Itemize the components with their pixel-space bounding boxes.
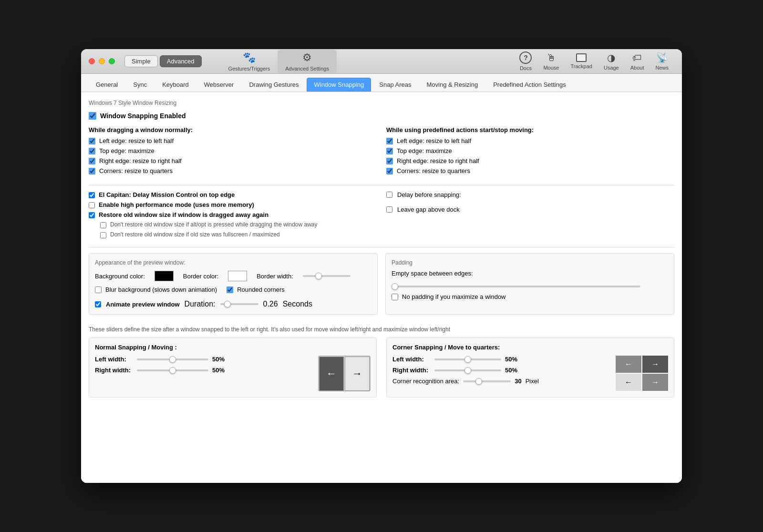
docs-icon-item[interactable]: ? Docs bbox=[514, 50, 537, 73]
gestures-triggers-label: Gestures/Triggers bbox=[228, 66, 270, 72]
predefined-opt-2: Right edge: resize to right half bbox=[386, 157, 674, 164]
advanced-mode-button[interactable]: Advanced bbox=[160, 55, 202, 67]
corner-left-slider[interactable] bbox=[434, 358, 501, 360]
about-icon-item[interactable]: 🏷 About bbox=[625, 51, 650, 72]
tab-snap-areas[interactable]: Snap Areas bbox=[372, 78, 418, 92]
padding-slider[interactable] bbox=[392, 286, 640, 287]
normal-sliders: Left width: 50% Right width: 50% bbox=[95, 356, 313, 378]
extra-opt-2-check[interactable] bbox=[89, 212, 95, 218]
usage-icon: ◑ bbox=[607, 52, 615, 63]
usage-label: Usage bbox=[604, 65, 619, 71]
corner-recognition-value: 30 bbox=[515, 378, 521, 385]
animate-checkbox[interactable] bbox=[95, 301, 101, 307]
predefined-opt-3-label: Corners: resize to quarters bbox=[397, 167, 470, 174]
border-color-label: Border color: bbox=[183, 273, 218, 280]
normal-right-slider[interactable] bbox=[137, 369, 208, 371]
normal-right-label: Right width: bbox=[95, 367, 133, 374]
extra-opt-0-check[interactable] bbox=[89, 192, 95, 198]
dragging-opt-3: Corners: resize to quarters bbox=[89, 167, 377, 174]
tab-predefined-action[interactable]: Predefined Action Settings bbox=[486, 78, 573, 92]
predefined-opt-3: Corners: resize to quarters bbox=[386, 167, 674, 174]
border-color-swatch[interactable] bbox=[228, 271, 247, 281]
dragging-opt-0-check[interactable] bbox=[89, 138, 95, 144]
dragging-opt-2-check[interactable] bbox=[89, 158, 95, 164]
mouse-icon-item[interactable]: 🖱 Mouse bbox=[537, 51, 565, 72]
trackpad-icon-item[interactable]: Trackpad bbox=[565, 51, 598, 71]
sliders-icon: ⚙ bbox=[302, 51, 312, 64]
separator-1 bbox=[89, 185, 674, 185]
arrow-right: → bbox=[345, 357, 370, 391]
dragging-opt-0: Left edge: resize to left half bbox=[89, 137, 377, 144]
preview-arrows: ← → bbox=[319, 357, 370, 391]
window-snapping-enabled-row: Window Snapping Enabled bbox=[89, 112, 674, 120]
maximize-button[interactable] bbox=[109, 58, 115, 64]
window-snapping-checkbox[interactable] bbox=[89, 112, 96, 120]
right-options-col: Delay before snapping: Leave gap above d… bbox=[386, 191, 674, 241]
sub-opt-1-row: Don't restore old window size if old siz… bbox=[100, 231, 377, 238]
news-icon-item[interactable]: 📡 News bbox=[650, 50, 674, 72]
corner-snapping-box: Corner Snapping / Move to quarters: Left… bbox=[386, 338, 674, 398]
mouse-label: Mouse bbox=[543, 65, 559, 71]
simple-mode-button[interactable]: Simple bbox=[124, 55, 158, 67]
delay-checkbox[interactable] bbox=[386, 192, 392, 198]
animate-row: Animate preview window Duration: 0.26 Se… bbox=[95, 300, 371, 308]
trackpad-icon bbox=[576, 53, 587, 62]
gap-checkbox[interactable] bbox=[386, 206, 392, 213]
normal-snapping-preview: ← → bbox=[318, 356, 371, 391]
duration-slider[interactable] bbox=[220, 303, 258, 305]
usage-icon-item[interactable]: ◑ Usage bbox=[598, 50, 625, 72]
blur-label: Blur background (slows down animation) bbox=[105, 286, 217, 293]
minimize-button[interactable] bbox=[99, 58, 105, 64]
rounded-row: Rounded corners bbox=[227, 286, 285, 293]
dragging-opt-1-check[interactable] bbox=[89, 148, 95, 154]
normal-right-value: 50% bbox=[212, 367, 229, 374]
no-padding-checkbox[interactable] bbox=[392, 294, 398, 300]
corner-right-slider[interactable] bbox=[434, 369, 501, 371]
news-icon: 📡 bbox=[656, 52, 668, 63]
predefined-opt-3-check[interactable] bbox=[386, 168, 393, 174]
close-button[interactable] bbox=[89, 58, 95, 64]
tab-keyboard[interactable]: Keyboard bbox=[155, 78, 196, 92]
tab-window-snapping[interactable]: Window Snapping bbox=[307, 78, 371, 92]
corner-prev-tl: ← bbox=[616, 356, 641, 373]
predefined-opt-0-check[interactable] bbox=[386, 138, 393, 144]
tab-general[interactable]: General bbox=[89, 78, 125, 92]
tab-sync[interactable]: Sync bbox=[126, 78, 154, 92]
blur-rounded-row: Blur background (slows down animation) R… bbox=[95, 286, 371, 296]
color-row: Background color: Border color: Border w… bbox=[95, 271, 371, 281]
content-area: Windows 7 Style Window Resizing Window S… bbox=[81, 92, 682, 483]
dragging-opt-3-check[interactable] bbox=[89, 168, 95, 174]
section-title: Windows 7 Style Window Resizing bbox=[89, 100, 674, 106]
tab-webserver[interactable]: Webserver bbox=[197, 78, 241, 92]
sub-opt-1-check[interactable] bbox=[100, 232, 106, 238]
corner-recognition-slider[interactable] bbox=[463, 380, 511, 382]
arrow-left: ← bbox=[319, 357, 344, 391]
border-width-slider[interactable] bbox=[303, 275, 351, 277]
rounded-checkbox[interactable] bbox=[227, 286, 233, 293]
advanced-settings-icon-item[interactable]: ⚙ Advanced Settings bbox=[278, 50, 337, 73]
corner-left-label: Left width: bbox=[392, 356, 431, 363]
tab-moving-resizing[interactable]: Moving & Resizing bbox=[420, 78, 485, 92]
sub-opt-0-check[interactable] bbox=[100, 222, 106, 228]
news-label: News bbox=[655, 65, 669, 71]
corner-right-label: Right width: bbox=[392, 367, 431, 374]
corner-sliders: Left width: 50% Right width: 50% Corner … bbox=[392, 356, 611, 389]
tab-drawing-gestures[interactable]: Drawing Gestures bbox=[242, 78, 306, 92]
blur-checkbox[interactable] bbox=[95, 286, 102, 293]
corner-snapping-title: Corner Snapping / Move to quarters: bbox=[392, 344, 668, 351]
corner-right-row: Right width: 50% bbox=[392, 367, 611, 374]
window-snapping-label: Window Snapping Enabled bbox=[100, 112, 186, 120]
corner-recognition-row: Corner recognition area: 30 Pixel bbox=[392, 378, 611, 385]
corner-prev-br: → bbox=[642, 374, 668, 391]
dragging-options: While dragging a window normally: Left e… bbox=[89, 126, 674, 177]
dragging-opt-1-label: Top edge: maximize bbox=[99, 147, 155, 154]
gestures-triggers-icon-item[interactable]: 🐾 Gestures/Triggers bbox=[221, 50, 278, 73]
predefined-opt-1-check[interactable] bbox=[386, 148, 393, 154]
delay-label: Delay before snapping: bbox=[397, 191, 461, 198]
extra-opt-1-row: Enable high performance mode (uses more … bbox=[89, 201, 377, 208]
predefined-opt-2-check[interactable] bbox=[386, 158, 393, 164]
appearance-box: Appearance of the preview window: Backgr… bbox=[89, 253, 378, 315]
extra-opt-1-check[interactable] bbox=[89, 202, 95, 208]
bg-color-swatch[interactable] bbox=[155, 271, 174, 281]
normal-left-slider[interactable] bbox=[137, 358, 208, 360]
